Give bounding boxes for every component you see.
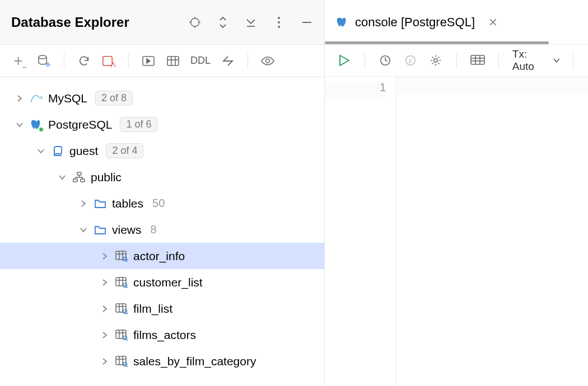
node-label: actor_info [133, 250, 185, 263]
chevron-down-icon[interactable] [78, 225, 88, 235]
tab-label: console [PostgreSQL] [355, 15, 475, 30]
svg-rect-48 [116, 304, 126, 312]
panel-title: Database Explorer [11, 15, 189, 30]
editor-tab[interactable]: console [PostgreSQL] ✕ [336, 3, 498, 41]
node-label: tables [112, 197, 143, 210]
separator [128, 53, 129, 69]
datasource-properties-icon[interactable] [37, 54, 52, 68]
svg-rect-60 [116, 356, 126, 365]
tree-node-view[interactable]: customer_list [0, 269, 324, 295]
more-icon[interactable] [273, 16, 285, 29]
settings-icon[interactable] [429, 53, 443, 68]
view-options-icon[interactable] [260, 54, 275, 68]
folder-icon [94, 224, 106, 236]
chevron-right-icon[interactable] [100, 304, 110, 314]
chevron-right-icon[interactable] [100, 251, 110, 261]
editor-tabbar: console [PostgreSQL] ✕ [325, 0, 588, 45]
chevron-down-icon[interactable] [57, 172, 67, 182]
tree-node-view[interactable]: actor_info [0, 243, 324, 269]
editor-line[interactable] [396, 77, 588, 95]
view-icon [115, 329, 128, 341]
hide-icon[interactable] [245, 16, 257, 29]
svg-marker-66 [340, 55, 349, 65]
svg-text:p: p [409, 58, 413, 64]
editor-body[interactable] [396, 77, 588, 386]
navigate-icon[interactable] [221, 54, 235, 68]
db-toolbar: DDL [0, 45, 324, 77]
target-icon[interactable] [189, 16, 201, 29]
svg-rect-30 [73, 179, 77, 182]
chevron-right-icon[interactable] [100, 356, 110, 366]
svg-rect-31 [81, 179, 85, 182]
expand-collapse-icon[interactable] [217, 16, 229, 29]
separator [64, 53, 64, 69]
svg-line-41 [127, 260, 128, 262]
sql-editor[interactable]: 1 [325, 77, 588, 386]
node-label: public [91, 171, 122, 184]
refresh-icon[interactable] [77, 54, 91, 68]
svg-rect-28 [54, 147, 62, 154]
output-grid-icon[interactable] [470, 53, 485, 68]
node-label: guest [69, 144, 98, 158]
tree-node-schema-public[interactable]: public [0, 164, 324, 190]
svg-marker-21 [147, 59, 150, 63]
tree-node-mysql[interactable]: MySQL 2 of 8 [0, 85, 324, 111]
tree-node-postgresql[interactable]: PostgreSQL 1 of 6 [0, 111, 324, 138]
chevron-down-icon[interactable] [15, 120, 25, 130]
add-icon[interactable] [12, 54, 27, 68]
tree-node-view[interactable]: sales_by_film_category [0, 348, 324, 374]
separator [365, 53, 365, 68]
node-label: MySQL [48, 92, 87, 105]
tx-mode-dropdown[interactable]: Tx: Auto [512, 48, 559, 73]
svg-rect-42 [116, 277, 126, 286]
chevron-right-icon[interactable] [100, 330, 110, 340]
separator [248, 53, 248, 69]
view-icon [115, 276, 128, 289]
explain-plan-icon[interactable]: p [404, 53, 418, 68]
run-icon[interactable] [337, 53, 351, 68]
node-count: 8 [151, 223, 157, 236]
node-label: PostgreSQL [48, 118, 112, 131]
ddl-button[interactable]: DDL [190, 55, 211, 67]
svg-point-13 [39, 55, 46, 59]
table-icon[interactable] [166, 54, 180, 68]
svg-line-47 [127, 286, 128, 288]
separator [456, 53, 457, 68]
node-badge: 1 of 6 [120, 117, 157, 132]
node-label: sales_by_film_category [133, 355, 256, 368]
postgresql-icon [336, 16, 348, 29]
svg-rect-71 [471, 55, 484, 64]
separator [498, 53, 499, 68]
tree-node-view[interactable]: film_list [0, 295, 324, 322]
tx-mode-label: Tx: Auto [512, 48, 550, 73]
node-count: 50 [152, 197, 165, 210]
svg-line-59 [127, 339, 128, 341]
folder-icon [94, 197, 106, 210]
svg-line-65 [127, 365, 128, 367]
chevron-down-icon[interactable] [36, 146, 46, 156]
chevron-right-icon[interactable] [78, 199, 88, 209]
minimize-icon[interactable] [301, 16, 313, 29]
svg-point-70 [434, 59, 437, 62]
node-badge: 2 of 8 [95, 91, 133, 106]
svg-point-26 [266, 59, 270, 63]
stop-icon[interactable] [101, 54, 116, 68]
svg-point-27 [39, 127, 44, 131]
chevron-right-icon[interactable] [100, 277, 110, 288]
tree-node-views[interactable]: views 8 [0, 216, 324, 243]
svg-point-0 [191, 18, 199, 26]
history-icon[interactable] [379, 53, 393, 68]
close-icon[interactable]: ✕ [488, 16, 498, 29]
svg-rect-22 [167, 57, 179, 65]
tree-node-view[interactable]: films_actors [0, 322, 324, 348]
tree-node-database-guest[interactable]: guest 2 of 4 [0, 138, 324, 164]
separator [573, 53, 573, 68]
database-icon [52, 145, 64, 157]
panel-header: Database Explorer [0, 0, 324, 45]
svg-point-7 [278, 21, 280, 23]
editor-toolbar: p Tx: Auto [325, 44, 588, 77]
console-icon[interactable] [141, 54, 156, 68]
tree-node-tables[interactable]: tables 50 [0, 190, 324, 216]
chevron-right-icon[interactable] [15, 93, 25, 103]
view-icon [115, 303, 128, 315]
